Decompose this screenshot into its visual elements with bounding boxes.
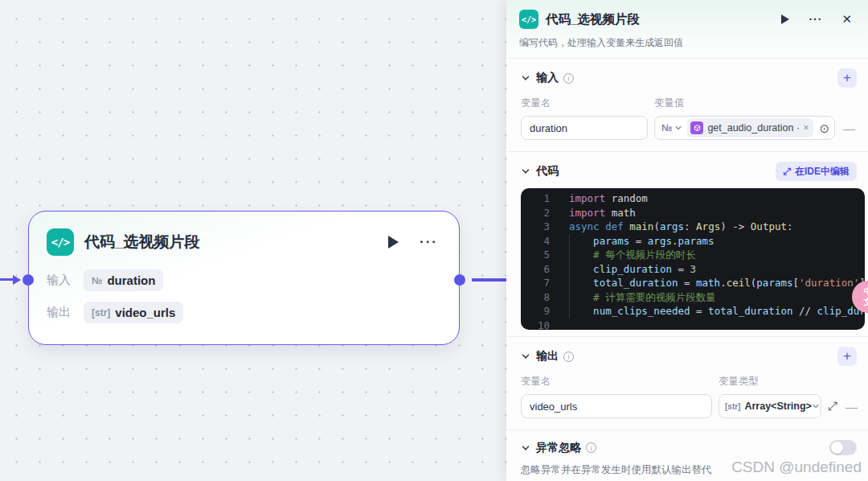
chevron-down-icon[interactable] bbox=[521, 166, 530, 176]
edit-in-ide-button[interactable]: ⤢ 在IDE中编辑 bbox=[776, 162, 857, 181]
code-line: 1import random bbox=[521, 191, 865, 206]
node-row-label: 输出 bbox=[47, 305, 84, 320]
output-type-select[interactable]: [str] Array<String> bbox=[719, 394, 821, 418]
output-section: 输出 i + 变量名 变量类型 [str] Array<String> ⤢ — bbox=[506, 337, 868, 430]
variable-pill: № duration bbox=[84, 269, 163, 291]
chevron-down-icon bbox=[812, 402, 820, 410]
node-title: 代码_选视频片段 bbox=[84, 232, 200, 253]
node-output-row: 输出 [str] video_urls bbox=[47, 302, 459, 323]
code-lines: 1import random2import math3async def mai… bbox=[521, 191, 865, 330]
code-line: 2import math bbox=[521, 206, 865, 220]
outgoing-edge-line bbox=[472, 278, 506, 282]
info-icon: i bbox=[563, 352, 574, 362]
expand-icon: ⤢ bbox=[783, 166, 791, 177]
plugin-icon bbox=[690, 121, 703, 134]
chevron-down-icon[interactable] bbox=[521, 443, 530, 453]
panel-title: 代码_选视频片段 bbox=[546, 11, 640, 28]
column-label: 变量值 bbox=[654, 97, 685, 110]
column-label: 变量名 bbox=[521, 375, 719, 388]
node-header: </> 代码_选视频片段 ··· bbox=[29, 212, 459, 256]
workflow-canvas[interactable]: </> 代码_选视频片段 ··· 输入 № duration 输出 [str] … bbox=[0, 0, 868, 481]
indent-guide bbox=[569, 235, 570, 319]
code-line: 6 clip_duration = 3 bbox=[521, 262, 865, 277]
more-button[interactable]: ··· bbox=[809, 13, 822, 26]
node-run-button[interactable] bbox=[388, 236, 399, 249]
code-line: 9 num_clips_needed = total_duration // c… bbox=[521, 304, 865, 319]
code-line: 8 # 计算需要的视频片段数量 bbox=[521, 290, 865, 305]
column-label: 变量名 bbox=[521, 97, 654, 110]
string-type-icon: [str] bbox=[725, 402, 740, 411]
node-input-port[interactable] bbox=[23, 274, 34, 286]
code-icon: </> bbox=[519, 10, 538, 29]
run-node-button[interactable] bbox=[781, 14, 789, 24]
code-line: 10 bbox=[521, 319, 865, 331]
variable-reference-chip[interactable]: get_audio_duration · dur··· × bbox=[687, 118, 813, 138]
info-icon: i bbox=[586, 442, 596, 453]
output-variable-name-field[interactable] bbox=[521, 394, 712, 418]
close-icon[interactable]: ✕ bbox=[841, 12, 852, 27]
chevron-down-icon[interactable] bbox=[521, 73, 530, 83]
code-icon: </> bbox=[47, 228, 74, 256]
add-input-button[interactable]: + bbox=[837, 68, 857, 88]
incoming-edge-arrow-icon bbox=[13, 275, 21, 285]
expand-output-icon[interactable]: ⤢ bbox=[828, 399, 837, 413]
incoming-edge-line bbox=[0, 278, 14, 281]
code-line: 5 # 每个视频片段的时长 bbox=[521, 248, 865, 262]
chevron-down-icon bbox=[674, 124, 682, 132]
code-node-card[interactable]: </> 代码_选视频片段 ··· 输入 № duration 输出 [str] … bbox=[28, 211, 460, 345]
code-line: 3async def main(args: Args) -> Output: bbox=[521, 220, 865, 234]
locate-icon[interactable]: ⊙ bbox=[819, 122, 829, 134]
string-type-icon: [str] bbox=[92, 307, 110, 319]
info-icon: i bbox=[563, 73, 574, 84]
toggle-knob bbox=[831, 442, 843, 454]
node-config-panel: </> 代码_选视频片段 ··· ✕ 编写代码，处理输入变量来生成返回值 输入 … bbox=[506, 0, 868, 481]
panel-subtitle: 编写代码，处理输入变量来生成返回值 bbox=[519, 36, 855, 50]
input-section: 输入 i + 变量名 变量值 № bbox=[506, 59, 868, 151]
code-line: 7 total_duration = math.ceil(params['dur… bbox=[521, 276, 865, 290]
input-variable-name-field[interactable] bbox=[521, 116, 648, 140]
number-type-icon: № bbox=[661, 122, 672, 134]
remove-input-button[interactable]: — bbox=[841, 121, 857, 135]
variable-pill: [str] video_urls bbox=[84, 302, 183, 323]
chevron-down-icon[interactable] bbox=[521, 352, 530, 361]
column-label: 变量类型 bbox=[719, 375, 759, 388]
watermark: CSDN @undefined bbox=[731, 458, 862, 476]
remove-output-button[interactable]: — bbox=[844, 400, 859, 413]
add-output-button[interactable]: + bbox=[837, 347, 857, 366]
input-value-control[interactable]: № get_audio_duration · dur··· × ⊙ bbox=[654, 116, 835, 140]
node-input-row: 输入 № duration bbox=[47, 269, 459, 291]
node-output-port[interactable] bbox=[454, 274, 465, 286]
code-editor[interactable]: 1import random2import math3async def mai… bbox=[521, 188, 865, 330]
panel-header: </> 代码_选视频片段 ··· ✕ 编写代码，处理输入变量来生成返回值 bbox=[506, 0, 868, 59]
code-section: 代码 ⤢ 在IDE中编辑 1import random2import math3… bbox=[506, 152, 868, 336]
node-row-label: 输入 bbox=[47, 273, 84, 288]
code-line: 4 params = args.params bbox=[521, 234, 865, 249]
number-type-icon: № bbox=[92, 275, 102, 286]
ignore-exception-toggle[interactable] bbox=[829, 440, 857, 455]
remove-reference-icon[interactable]: × bbox=[803, 122, 809, 134]
node-more-button[interactable]: ··· bbox=[420, 234, 438, 250]
